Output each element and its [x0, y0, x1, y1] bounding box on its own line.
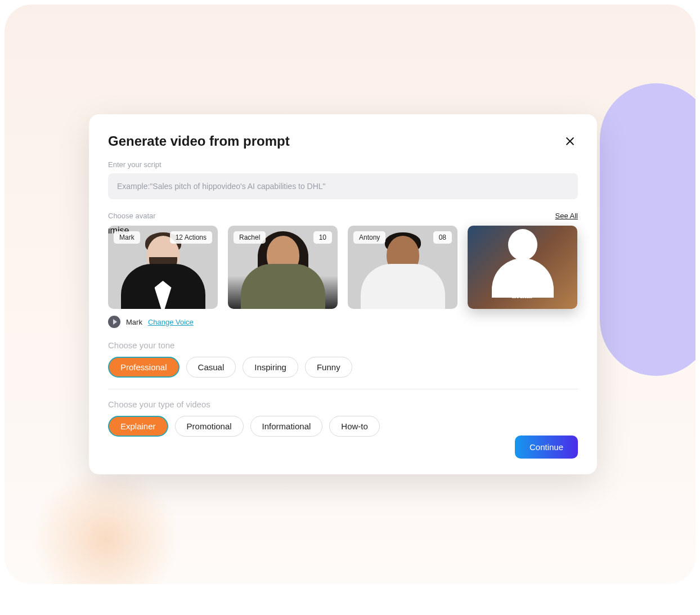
create-own-avatar-label: Create your own avatar [486, 282, 559, 301]
tone-pill-funny[interactable]: Funny [305, 357, 352, 378]
tone-label: Choose your tone [108, 340, 578, 350]
decorative-blob-purple [600, 83, 695, 376]
avatar-name: Rachel [234, 231, 266, 244]
avatar-actions-badge: 12 Actions [170, 231, 212, 244]
script-input[interactable]: Example:"Sales pitch of hippovideo's AI … [108, 173, 578, 199]
continue-button[interactable]: Continue [515, 436, 578, 459]
selected-voice-name: Mark [126, 318, 142, 326]
video-type-options: Explainer Promotional Informational How-… [108, 416, 578, 437]
script-label: Enter your script [108, 160, 578, 169]
change-voice-link[interactable]: Change Voice [148, 318, 194, 326]
avatar-card-antony[interactable]: Antony 08 [348, 226, 457, 309]
tone-pill-inspiring[interactable]: Inspiring [243, 357, 298, 378]
create-own-avatar-card[interactable]: Create your own avatar [468, 226, 577, 309]
video-type-label: Choose your type of videos [108, 399, 578, 409]
generate-video-modal: Generate video from prompt Enter your sc… [89, 114, 597, 474]
modal-title: Generate video from prompt [108, 133, 290, 149]
avatar-actions-badge: 10 [313, 231, 332, 244]
divider [108, 389, 578, 389]
close-button[interactable] [562, 133, 578, 149]
type-pill-informational[interactable]: Informational [250, 416, 323, 437]
avatar-label: Choose avatar [108, 212, 156, 220]
voice-row: Mark Change Voice [108, 316, 578, 328]
type-pill-howto[interactable]: How-to [329, 416, 380, 437]
type-pill-promotional[interactable]: Promotional [175, 416, 244, 437]
background-frame: Generate video from prompt Enter your sc… [5, 5, 695, 584]
avatar-actions-badge: 08 [433, 231, 452, 244]
tone-pill-casual[interactable]: Casual [186, 357, 236, 378]
play-voice-button[interactable] [108, 316, 120, 328]
avatar-name: Mark [114, 231, 140, 244]
type-pill-explainer[interactable]: Explainer [108, 416, 168, 437]
avatar-card-mark[interactable]: imise Mark 12 Actions [108, 226, 218, 309]
tone-options: Professional Casual Inspiring Funny [108, 357, 578, 378]
decorative-blob-peach [33, 466, 179, 584]
avatar-name: Antony [353, 231, 385, 244]
see-all-link[interactable]: See All [555, 212, 578, 220]
close-icon [564, 136, 576, 147]
avatar-list: imise Mark 12 Actions Rachel 10 Antony [108, 226, 578, 309]
avatar-card-rachel[interactable]: Rachel 10 [228, 226, 338, 309]
tone-pill-professional[interactable]: Professional [108, 357, 180, 378]
